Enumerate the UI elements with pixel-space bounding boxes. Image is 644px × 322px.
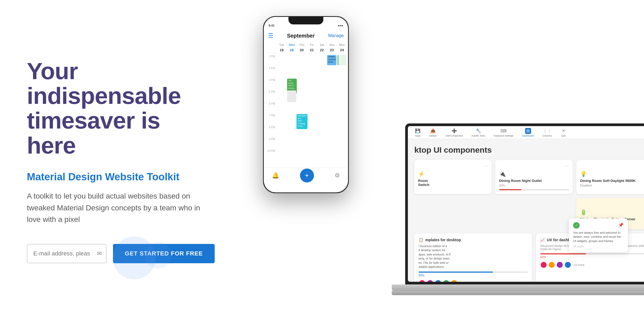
laptop-main-area: ktop UI components ··· ⚡ RoomSwitch [408, 139, 644, 282]
info-card-progress-ux [540, 253, 644, 254]
info-card-progress-templates [419, 272, 528, 273]
cal-row-6pm: 6 PM [265, 102, 347, 114]
phone-fab-button[interactable]: + [300, 169, 314, 182]
toolbar-columns-btn[interactable]: ⋮⋮ Columns [540, 127, 555, 138]
card-daylight: ··· 💡 Dining Room Soft Daylight 5600K Di… [576, 160, 644, 194]
info-card-progress-fill-ux [540, 253, 586, 254]
card-icon-outlet: 🔌 [499, 171, 569, 177]
card-icon-daylight: 💡 [580, 171, 644, 177]
cal-date-24: 24 [337, 47, 347, 53]
avatars-row-ux: +4 more [540, 261, 644, 268]
cal-time-10pm: 10 PM [265, 149, 277, 152]
main-headline: Your indispensable timesaver is here [27, 59, 215, 158]
laptop-screen-outer: 💾 Save 📤 Deliver ➕ Add Component 🔧 Autof… [405, 123, 644, 284]
phone-bottom-bar: 🔔 + ⚙ [264, 167, 348, 183]
cal-day-mon: Mon [337, 43, 347, 47]
card-icon-switch: ⚡ [418, 171, 488, 177]
cal-day-fri: Fri [307, 43, 317, 47]
tooltip-text: You are always free and welcome to detac… [573, 231, 624, 243]
cal-date-23: 23 [327, 47, 337, 53]
cal-time-6pm: 6 PM [265, 102, 277, 105]
toolbar-quit-btn[interactable]: ✕ Quit [558, 127, 569, 138]
email-input[interactable] [27, 244, 107, 263]
laptop-mockup: 💾 Save 📤 Deliver ➕ Add Component 🔧 Autof… [392, 123, 644, 306]
avatar-4 [443, 280, 450, 282]
manage-button[interactable]: Manage [328, 33, 344, 38]
card-title-switch: RoomSwitch [418, 179, 488, 187]
cal-time-3pm: 3 PM [265, 66, 277, 70]
cal-row-7pm: 7 PM Blackbirddeli after...a happysong..… [265, 114, 347, 125]
info-card-icon-ux: 📈 [540, 238, 545, 242]
more-count-ux: +4 more [573, 263, 584, 266]
cal-event-blackbird: Blackbirddeli after...a happysong... [297, 114, 308, 129]
toolbar-deliver-btn[interactable]: 📤 Deliver [427, 127, 440, 138]
progress-pct-templates: 68% [419, 274, 528, 277]
info-card-header-templates: 📋 mplates for desktop [419, 238, 528, 242]
cal-time-2pm: 2 PM [265, 54, 277, 58]
product-description: A toolkit to let you build actual websit… [27, 190, 215, 225]
product-subtitle: Material Design Website Toolkit [27, 171, 215, 183]
cal-day-sat: Sat [317, 43, 327, 47]
cal-day-wed: Wed [287, 43, 297, 47]
card-room-switch: ··· ⚡ RoomSwitch [414, 160, 492, 194]
cal-time-8pm: 8 PM [265, 125, 277, 129]
cards-grid: ··· ⚡ RoomSwitch ··· 🔌 Dining Room Night… [414, 160, 644, 194]
phone-notch [288, 17, 323, 24]
cal-time-9pm: 9 PM [265, 137, 277, 141]
decorative-bubble-2 [145, 242, 172, 269]
mockup-section: 9:41 ●●● ☰ September Manage Tue Wed Thu … [241, 0, 644, 322]
cal-body[interactable]: 2 PM Dribblemeetupparty... 3 PM 4 P [264, 54, 348, 167]
cal-date-19: 19 [287, 47, 297, 53]
cal-row-5pm: 5 PM [265, 90, 347, 102]
cal-separator [265, 53, 347, 53]
cal-time-5pm: 5 PM [265, 90, 277, 93]
cal-row-10pm: 10 PM [265, 149, 347, 161]
card-dining-outlet: ··· 🔌 Dining Room Night Outlet 32% [495, 160, 573, 194]
toolbar-add-btn[interactable]: ➕ Add Component [443, 127, 466, 138]
cal-row-2pm: 2 PM Dribblemeetupparty... [265, 54, 347, 66]
email-input-wrapper: ✉ [27, 244, 107, 263]
laptop-toolbar: 💾 Save 📤 Deliver ➕ Add Component 🔧 Autof… [408, 126, 644, 139]
phone-mockup: 9:41 ●●● ☰ September Manage Tue Wed Thu … [263, 16, 349, 193]
hero-section: Your indispensable timesaver is here Mat… [0, 37, 241, 285]
toolbar-keyboard-btn[interactable]: ⌨ Keyboard Settings [491, 127, 516, 138]
card-dots: ··· [418, 164, 488, 169]
info-card-templates: 📋 mplates for desktop l business edition… [414, 233, 532, 282]
card-progress-fill-outlet [499, 189, 521, 190]
phone-settings-icon: ⚙ [335, 172, 340, 179]
avatar-3 [435, 280, 442, 282]
card-title-daylight: Dining Room Soft Daylight 5600K [580, 179, 644, 183]
cal-row-9pm: 9 PM [265, 137, 347, 149]
cal-time-7pm: 7 PM [265, 114, 277, 117]
cal-day-sun: Sun [327, 43, 337, 47]
tooltip-pin-icon: 📌 [618, 222, 624, 228]
menu-icon: ☰ [268, 32, 273, 39]
laptop-screen-inner: 💾 Save 📤 Deliver ➕ Add Component 🔧 Autof… [408, 126, 644, 282]
cal-date-18: 18 [277, 47, 287, 53]
info-card-progress-fill [419, 272, 493, 273]
toolbar-dashboard-btn[interactable]: ⊞ Dashboard [519, 127, 536, 138]
ux-avatar-2 [548, 261, 555, 268]
avatars-row-templates: +8 more [419, 280, 528, 282]
laptop-content: ktop UI components ··· ⚡ RoomSwitch [408, 139, 644, 282]
phone-month-title: September [287, 33, 314, 39]
toolbar-autofix-btn[interactable]: 🔧 Autofix Tools [469, 127, 488, 138]
laptop-foot [392, 291, 644, 295]
cal-row-4pm: 4 PM I've neverhad adinner... [265, 78, 347, 90]
email-icon: ✉ [97, 250, 102, 257]
card-progress-outlet [499, 189, 569, 190]
cal-date-20: 20 [297, 47, 307, 53]
cal-event-stripe [287, 90, 296, 102]
card-status-outlet: 32% [499, 184, 569, 187]
progress-pct-ux: 42% [540, 255, 644, 259]
toolbar-save-btn[interactable]: 💾 Save [412, 127, 423, 138]
cal-row-3pm: 3 PM [265, 66, 347, 78]
more-count-templates: +8 more [460, 281, 471, 282]
cta-row: ✉ GET STARTED FOR FREE [27, 244, 215, 263]
card-dots-3: ··· [580, 164, 644, 169]
tooltip-footnote: 38 reads [573, 245, 624, 248]
phone-bell-icon: 🔔 [272, 172, 279, 179]
avatar-5 [451, 280, 458, 282]
cal-time-4pm: 4 PM [265, 78, 277, 82]
cal-event-today [338, 55, 346, 65]
